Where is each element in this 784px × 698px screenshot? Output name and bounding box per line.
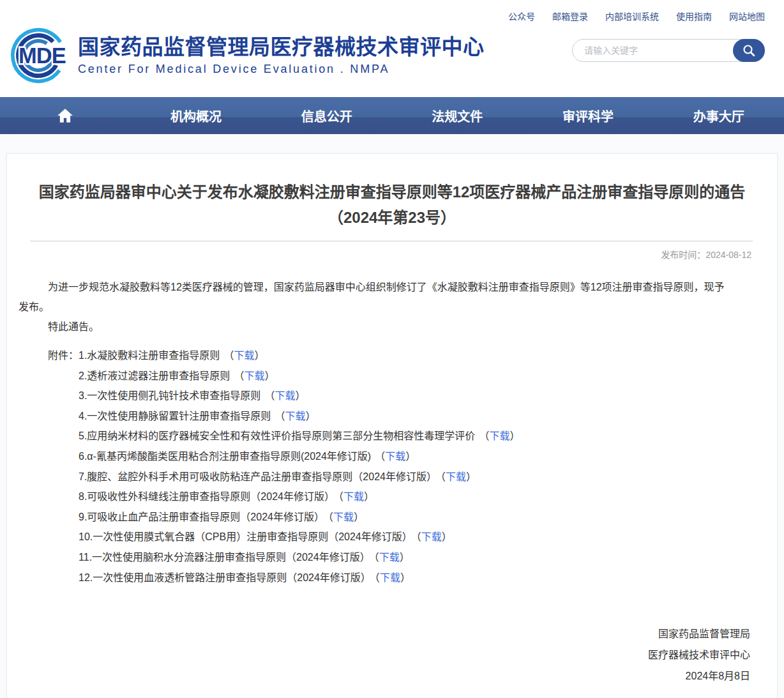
- paren-open: （: [223, 350, 234, 361]
- header-main: MDE 国家药品监督管理局医疗器械技术审评中心 Center For Medic…: [0, 22, 784, 85]
- download-link[interactable]: 下载: [380, 572, 400, 583]
- page-title: 国家药监局器审中心关于发布水凝胶敷料注册审查指导原则等12项医疗器械产品注册审查…: [30, 179, 754, 231]
- download-link[interactable]: 下载: [285, 411, 305, 421]
- paren-close: ）: [264, 370, 275, 381]
- quick-link[interactable]: 公众号: [508, 10, 535, 22]
- nav-home[interactable]: [0, 97, 131, 134]
- nav-item[interactable]: 审评科学: [523, 97, 654, 134]
- attachment-item: 4.一次性使用静脉留置针注册审查指导原则（下载）: [79, 406, 520, 427]
- paren-close: ）: [400, 572, 411, 583]
- paren-open: （: [441, 471, 446, 482]
- paren-open: （: [416, 531, 421, 542]
- site-logo[interactable]: MDE 国家药品监督管理局医疗器械技术审评中心 Center For Medic…: [9, 26, 485, 85]
- attachments-list: 1.水凝胶敷料注册审查指导原则（下载）2.透析液过滤器注册审查指导原则（下载）3…: [79, 345, 520, 588]
- publish-date-value: 2024-08-12: [705, 250, 751, 260]
- attachment-item: 11.一次性使用脑积水分流器注册审查指导原则（2024年修订版）（下载）: [79, 547, 520, 568]
- quick-link[interactable]: 内部培训系统: [605, 10, 659, 22]
- paren-close: ）: [509, 430, 520, 441]
- attachments-label: 附件：: [19, 345, 79, 588]
- attachment-title: 10.一次性使用膜式氧合器（CPB用）注册审查指导原则（2024年修订版）: [79, 531, 412, 542]
- attachment-title: 1.水凝胶敷料注册审查指导原则: [79, 350, 220, 361]
- article-body: 为进一步规范水凝胶敷料等12类医疗器械的管理，国家药监局器审中心组织制修订了《水…: [19, 277, 732, 588]
- download-link[interactable]: 下载: [489, 430, 509, 441]
- site-title-en: Center For Medical Device Evaluation . N…: [78, 63, 485, 76]
- logo-text: 国家药品监督管理局医疗器械技术审评中心 Center For Medical D…: [78, 35, 485, 76]
- signature-org-line2: 医疗器械技术审评中心: [7, 644, 750, 665]
- search-icon: [742, 43, 756, 57]
- paren-open: （: [328, 512, 333, 522]
- content-background: 国家药监局器审中心关于发布水凝胶敷料注册审查指导原则等12项医疗器械产品注册审查…: [0, 134, 784, 698]
- paragraph-intro: 为进一步规范水凝胶敷料等12类医疗器械的管理，国家药监局器审中心组织制修订了《水…: [19, 277, 732, 317]
- paren-close: ）: [254, 350, 264, 361]
- quick-links: 公众号邮箱登录内部培训系统使用指南网站地图: [0, 0, 784, 22]
- attachment-title: 7.腹腔、盆腔外科手术用可吸收防粘连产品注册审查指导原则（2024年修订版）: [79, 471, 437, 482]
- download-link[interactable]: 下载: [421, 531, 442, 542]
- paren-close: ）: [442, 531, 452, 542]
- quick-link[interactable]: 使用指南: [676, 10, 712, 22]
- download-link[interactable]: 下载: [446, 471, 466, 482]
- download-link[interactable]: 下载: [379, 552, 400, 563]
- signature-date: 2024年8月8日: [7, 665, 750, 687]
- attachment-item: 9.可吸收止血产品注册审查指导原则（2024年修订版）（下载）: [79, 507, 520, 527]
- paren-close: ）: [405, 451, 416, 462]
- download-link[interactable]: 下载: [385, 451, 405, 462]
- attachment-item: 12.一次性使用血液透析管路注册审查指导原则（2024年修订版）（下载）: [79, 568, 520, 588]
- download-link[interactable]: 下载: [275, 390, 295, 401]
- attachment-title: 3.一次性使用侧孔钝针技术审查指导原则: [79, 390, 260, 401]
- nav-item[interactable]: 机构概况: [131, 97, 262, 134]
- attachment-item: 5.应用纳米材料的医疗器械安全性和有效性评价指导原则第三部分生物相容性毒理学评价…: [79, 426, 520, 446]
- paren-open: （: [338, 491, 343, 502]
- logo-acronym: MDE: [19, 43, 66, 68]
- attachment-item: 8.可吸收性外科缝线注册审查指导原则（2024年修订版）（下载）: [79, 487, 520, 507]
- attachment-title: 8.可吸收性外科缝线注册审查指导原则（2024年修订版）: [79, 491, 335, 502]
- paren-open: （: [375, 451, 385, 462]
- home-icon: [57, 108, 73, 123]
- paren-open: （: [375, 572, 380, 583]
- attachment-item: 10.一次性使用膜式氧合器（CPB用）注册审查指导原则（2024年修订版）（下载…: [79, 527, 520, 547]
- title-divider: [30, 241, 753, 241]
- attachment-title: 9.可吸收止血产品注册审查指导原则（2024年修订版）: [79, 512, 324, 522]
- attachment-title: 6.α-氰基丙烯酸酯类医用粘合剂注册审查指导原则(2024年修订版): [79, 451, 371, 462]
- download-link[interactable]: 下载: [234, 350, 254, 361]
- paren-close: ）: [466, 471, 476, 482]
- main-nav: 机构概况信息公开法规文件审评科学办事大厅: [0, 97, 784, 134]
- attachment-title: 12.一次性使用血液透析管路注册审查指导原则（2024年修订版）: [79, 572, 371, 583]
- nav-item[interactable]: 法规文件: [392, 97, 523, 134]
- paren-open: （: [234, 370, 244, 381]
- paren-close: ）: [364, 491, 374, 502]
- publish-date-line: 发布时间：2024-08-12: [33, 248, 751, 261]
- nav-item[interactable]: 信息公开: [261, 97, 392, 134]
- attachment-item: 2.透析液过滤器注册审查指导原则（下载）: [79, 366, 520, 386]
- site-header: 公众号邮箱登录内部培训系统使用指南网站地图 MDE 国家药品监督管理局医疗器械技…: [0, 0, 784, 97]
- paren-open: （: [374, 552, 379, 563]
- site-title-cn: 国家药品监督管理局医疗器械技术审评中心: [78, 35, 485, 59]
- attachment-item: 1.水凝胶敷料注册审查指导原则（下载）: [79, 345, 520, 366]
- quick-link[interactable]: 邮箱登录: [552, 10, 588, 22]
- download-link[interactable]: 下载: [244, 370, 264, 381]
- paren-open: （: [275, 411, 285, 421]
- paragraph-notice: 特此通告。: [19, 317, 732, 337]
- search-button[interactable]: [733, 39, 765, 62]
- signature-block: 国家药品监督管理局 医疗器械技术审评中心 2024年8月8日: [7, 623, 750, 687]
- publish-date-label: 发布时间：: [661, 250, 705, 260]
- cmde-logo-icon: MDE: [9, 26, 70, 85]
- attachment-item: 6.α-氰基丙烯酸酯类医用粘合剂注册审查指导原则(2024年修订版)（下载）: [79, 446, 520, 467]
- paren-close: ）: [354, 512, 364, 522]
- attachment-title: 2.透析液过滤器注册审查指导原则: [79, 370, 230, 381]
- download-link[interactable]: 下载: [333, 512, 354, 522]
- attachment-title: 11.一次性使用脑积水分流器注册审查指导原则（2024年修订版）: [79, 552, 370, 563]
- quick-link[interactable]: 网站地图: [729, 10, 765, 22]
- signature-org-line1: 国家药品监督管理局: [7, 623, 750, 644]
- site-search: [572, 39, 765, 62]
- nav-item[interactable]: 办事大厅: [653, 97, 784, 134]
- attachments-section: 附件： 1.水凝胶敷料注册审查指导原则（下载）2.透析液过滤器注册审查指导原则（…: [19, 345, 732, 588]
- paren-close: ）: [400, 552, 410, 563]
- paren-close: ）: [305, 411, 315, 421]
- attachment-title: 4.一次性使用静脉留置针注册审查指导原则: [79, 411, 271, 421]
- paren-open: （: [264, 390, 275, 401]
- article-card: 国家药监局器审中心关于发布水凝胶敷料注册审查指导原则等12项医疗器械产品注册审查…: [6, 153, 778, 698]
- attachment-item: 3.一次性使用侧孔钝针技术审查指导原则（下载）: [79, 386, 520, 406]
- paren-open: （: [479, 430, 489, 441]
- attachment-title: 5.应用纳米材料的医疗器械安全性和有效性评价指导原则第三部分生物相容性毒理学评价: [79, 430, 475, 441]
- download-link[interactable]: 下载: [343, 491, 364, 502]
